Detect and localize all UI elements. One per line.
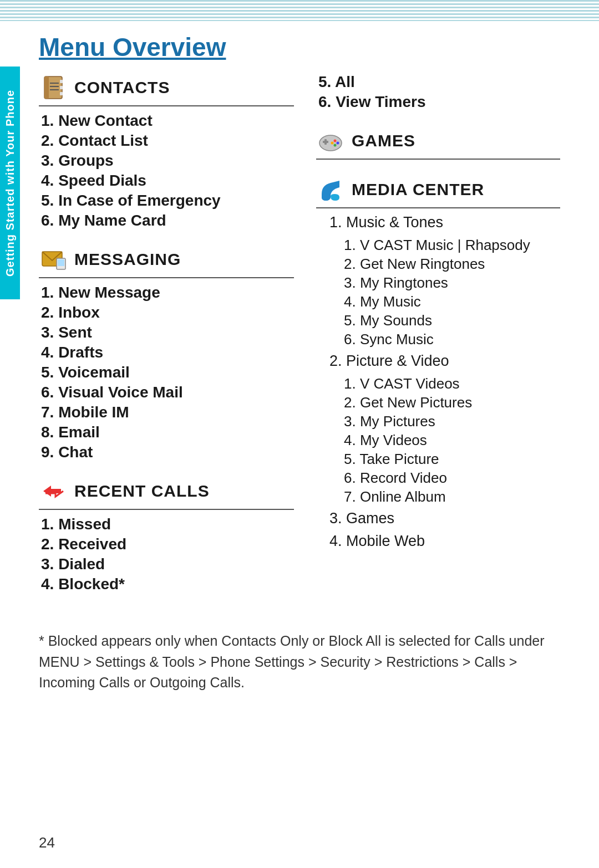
media-center-section-title: MEDIA CENTER <box>352 180 484 199</box>
recent-calls-list: 1. Missed 2. Received 3. Dialed 4. Block… <box>39 515 294 593</box>
contacts-header: CONTACTS <box>39 73 294 106</box>
messaging-list: 1. New Message 2. Inbox 3. Sent 4. Draft… <box>39 284 294 461</box>
list-item: 5. My Sounds <box>316 312 560 329</box>
media-center-list: 1. Music & Tones <box>316 214 560 231</box>
list-item: 7. Online Album <box>316 488 560 506</box>
list-item: 6. Record Video <box>316 469 560 487</box>
side-tab-text: Getting Started with Your Phone <box>4 90 17 277</box>
list-item: 4. Drafts <box>39 344 294 361</box>
svg-rect-10 <box>58 259 64 266</box>
list-item: 4. My Music <box>316 293 560 310</box>
list-item: 6. My Name Card <box>39 212 294 229</box>
music-tones-header: 1. Music & Tones <box>316 214 560 231</box>
list-item: 4. Blocked* <box>39 575 294 593</box>
left-column: CONTACTS 1. New Contact 2. Contact List … <box>39 73 294 609</box>
svg-point-14 <box>334 140 337 142</box>
media-center-section: MEDIA CENTER 1. Music & Tones 1. V CAST … <box>316 175 560 550</box>
contacts-section-title: CONTACTS <box>74 78 170 97</box>
list-item: 2. Get New Ringtones <box>316 256 560 273</box>
games-section: GAMES <box>316 126 560 160</box>
list-item: 2. Contact List <box>39 132 294 150</box>
svg-point-17 <box>331 142 334 145</box>
contacts-icon <box>39 73 68 102</box>
games-header: GAMES <box>316 126 560 160</box>
messaging-header: MESSAGING <box>39 245 294 278</box>
svg-rect-2 <box>60 80 63 83</box>
list-item: 1. New Message <box>39 284 294 302</box>
list-item: 5. Take Picture <box>316 451 560 468</box>
svg-rect-1 <box>44 76 49 99</box>
games-sublist: 3. Games <box>316 510 560 527</box>
list-item: 3. Groups <box>39 152 294 170</box>
list-item: 2. Get New Pictures <box>316 394 560 411</box>
svg-point-18 <box>322 194 331 201</box>
games-icon <box>316 126 345 155</box>
picture-video-header: 2. Picture & Video <box>316 353 560 370</box>
svg-point-16 <box>334 144 337 147</box>
list-item: 1. New Contact <box>39 112 294 130</box>
contacts-extra-list: 5. All 6. View Timers <box>316 73 560 111</box>
mobile-web-header: 4. Mobile Web <box>316 533 560 550</box>
music-tones-sublist: 1. V CAST Music | Rhapsody 2. Get New Ri… <box>316 237 560 348</box>
list-item: 1. V CAST Videos <box>316 375 560 392</box>
list-item: 7. Mobile IM <box>39 404 294 421</box>
recent-calls-section: RECENT CALLS 1. Missed 2. Received 3. Di… <box>39 477 294 593</box>
footnote-text: * Blocked appears only when Contacts Onl… <box>39 631 560 693</box>
list-item: 1. V CAST Music | Rhapsody <box>316 237 560 254</box>
top-decorative-lines <box>0 0 599 21</box>
recent-calls-header: RECENT CALLS <box>39 477 294 510</box>
page-content: Menu Overview <box>0 21 599 727</box>
right-column: 5. All 6. View Timers <box>316 73 560 565</box>
svg-rect-4 <box>60 92 63 95</box>
list-item: 2. Received <box>39 535 294 553</box>
messaging-section-title: MESSAGING <box>74 250 181 269</box>
side-tab: Getting Started with Your Phone <box>0 67 20 299</box>
list-item: 9. Chat <box>39 443 294 461</box>
media-center-header: MEDIA CENTER <box>316 175 560 208</box>
messaging-icon <box>39 245 68 274</box>
list-item: 3. My Ringtones <box>316 274 560 292</box>
list-item: 6. View Timers <box>316 93 560 111</box>
list-item: 3. My Pictures <box>316 413 560 430</box>
picture-video-sublist: 1. V CAST Videos 2. Get New Pictures 3. … <box>316 375 560 506</box>
svg-point-15 <box>337 142 339 145</box>
list-item: 6. Visual Voice Mail <box>39 384 294 401</box>
list-item: 5. Voicemail <box>39 364 294 381</box>
list-item: 8. Email <box>39 423 294 441</box>
list-item: 4. My Videos <box>316 432 560 449</box>
games-sub-header: 3. Games <box>316 510 560 527</box>
list-item: 4. Speed Dials <box>39 172 294 190</box>
recent-calls-section-title: RECENT CALLS <box>74 482 210 501</box>
list-item: 6. Sync Music <box>316 331 560 348</box>
columns-layout: CONTACTS 1. New Contact 2. Contact List … <box>39 73 560 609</box>
mobile-web-list: 4. Mobile Web <box>316 533 560 550</box>
svg-rect-3 <box>60 86 63 89</box>
footnote-section: * Blocked appears only when Contacts Onl… <box>39 631 560 693</box>
picture-video-list: 2. Picture & Video <box>316 353 560 370</box>
contacts-section: CONTACTS 1. New Contact 2. Contact List … <box>39 73 294 229</box>
page-title: Menu Overview <box>39 32 560 62</box>
media-center-icon <box>316 175 345 204</box>
list-item: 1. Missed <box>39 515 294 533</box>
list-item: 5. In Case of Emergency <box>39 192 294 210</box>
list-item: 3. Sent <box>39 324 294 341</box>
svg-rect-13 <box>324 139 327 145</box>
messaging-section: MESSAGING 1. New Message 2. Inbox 3. Sen… <box>39 245 294 461</box>
list-item: 5. All <box>316 73 560 91</box>
list-item: 2. Inbox <box>39 304 294 321</box>
contacts-list: 1. New Contact 2. Contact List 3. Groups… <box>39 112 294 229</box>
list-item: 3. Dialed <box>39 555 294 573</box>
games-section-title: GAMES <box>352 131 415 150</box>
page-number: 24 <box>39 834 55 851</box>
recent-calls-icon <box>39 477 68 506</box>
